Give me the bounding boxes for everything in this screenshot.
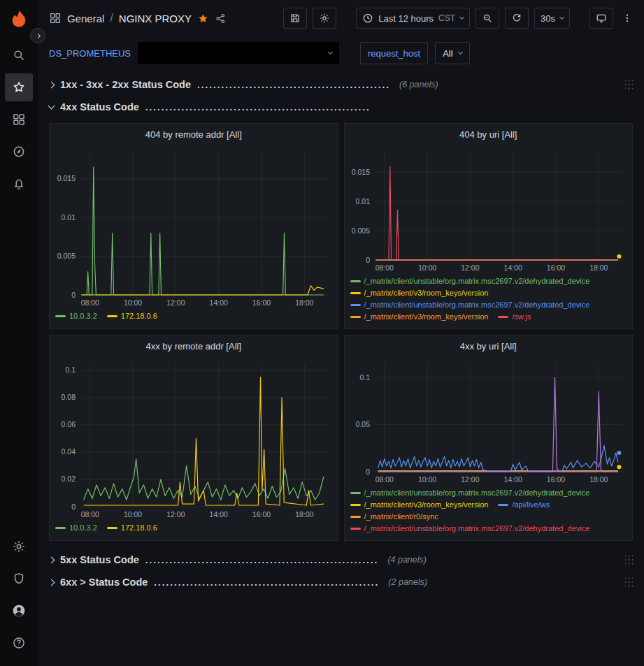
sidebar-item-settings[interactable] <box>5 533 33 560</box>
svg-text:12:00: 12:00 <box>461 475 479 484</box>
svg-text:10:00: 10:00 <box>418 263 436 272</box>
row-header-5xx[interactable]: 5xx Status Code ........................… <box>49 549 633 570</box>
row-title: 4xx Status Code <box>60 101 139 113</box>
row-title-dots: ........................................… <box>145 555 379 565</box>
refresh-button[interactable] <box>505 8 529 29</box>
legend-series-swatch <box>350 492 361 494</box>
legend-item[interactable]: /_matrix/client/unstable/org.matrix.msc2… <box>350 299 590 311</box>
tv-icon <box>596 13 607 24</box>
svg-text:0.005: 0.005 <box>352 226 370 235</box>
timeseries-chart[interactable]: 08:0010:0012:0014:0016:0018:0000.020.040… <box>52 356 335 521</box>
timeseries-chart[interactable]: 08:0010:0012:0014:0016:0018:0000.050.1 <box>347 356 629 486</box>
legend-item[interactable]: /sw.js <box>498 311 531 323</box>
sidebar-item-server-admin[interactable] <box>5 565 33 593</box>
legend-item[interactable]: 10.0.3.2 <box>55 522 97 534</box>
zoom-out-icon <box>482 13 493 24</box>
sidebar-item-profile[interactable] <box>5 597 33 625</box>
svg-text:16:00: 16:00 <box>547 263 565 272</box>
legend-item[interactable]: /_matrix/client/unstable/org.matrix.msc2… <box>350 487 590 499</box>
chevron-down-icon <box>459 15 464 20</box>
legend-item[interactable]: /_matrix/client/v3/room_keys/version <box>350 499 489 511</box>
legend-item[interactable]: /_matrix/client/unstable/org.matrix.msc2… <box>350 275 590 287</box>
timeseries-chart[interactable]: 08:0010:0012:0014:0016:0018:0000.0050.01… <box>347 145 629 274</box>
variable-value-dropdown-ds-prometheus[interactable] <box>138 42 339 64</box>
legend-series-label: /_matrix/client/unstable/org.matrix.msc2… <box>364 487 590 499</box>
sidebar-item-starred[interactable] <box>5 73 33 101</box>
row-drag-handle-icon[interactable] <box>625 554 633 565</box>
legend-series-label: /_matrix/client/r0/sync <box>364 511 438 523</box>
legend-series-label: /sw.js <box>512 311 531 323</box>
svg-text:08:00: 08:00 <box>375 263 394 272</box>
row-panel-count: (4 panels) <box>387 555 427 565</box>
time-range-picker[interactable]: Last 12 hours CST <box>356 8 470 29</box>
panel-4xx-by-remote-addr: 4xx by remote addr [All] 08:0010:0012:00… <box>49 335 338 541</box>
svg-text:0.1: 0.1 <box>360 373 371 382</box>
svg-text:0.015: 0.015 <box>57 174 75 182</box>
legend-item[interactable]: 172.18.0.6 <box>107 310 157 322</box>
legend-series-swatch <box>350 316 361 318</box>
legend-item[interactable]: /api/live/ws <box>498 499 550 511</box>
expand-sidebar-button[interactable] <box>30 28 45 43</box>
svg-text:0.1: 0.1 <box>65 365 76 374</box>
svg-text:16:00: 16:00 <box>252 510 271 519</box>
chevron-down-icon <box>458 50 463 55</box>
panels-grid: 404 by remote addr [All] 08:0010:0012:00… <box>49 123 633 541</box>
chevron-right-icon <box>48 81 55 88</box>
favorite-star-icon[interactable] <box>197 13 209 24</box>
timeseries-chart[interactable]: 08:0010:0012:0014:0016:0018:0000.0050.01… <box>52 145 335 309</box>
refresh-icon <box>511 13 522 24</box>
sidebar-item-help[interactable] <box>5 629 33 657</box>
row-header-4xx[interactable]: 4xx Status Code ........................… <box>49 96 633 117</box>
svg-text:18:00: 18:00 <box>589 475 608 484</box>
legend-series-swatch <box>350 292 361 294</box>
star-icon <box>12 80 26 94</box>
panel-4xx-by-uri: 4xx by uri [All] 08:0010:0012:0014:0016:… <box>344 335 634 541</box>
legend-item[interactable]: /_matrix/client/v3/room_keys/version <box>350 287 489 299</box>
save-dashboard-button[interactable] <box>283 8 307 29</box>
cycle-view-mode-button[interactable] <box>589 8 613 29</box>
panel-title[interactable]: 404 by remote addr [All] <box>50 124 338 145</box>
zoom-out-button[interactable] <box>475 8 499 29</box>
sidebar-item-alerting[interactable] <box>5 170 33 198</box>
row-panel-count: (6 panels) <box>399 80 438 89</box>
legend-series-label: /_matrix/client/unstable/org.matrix.msc2… <box>364 299 590 311</box>
share-icon[interactable] <box>215 13 227 24</box>
breadcrumb-dashboard-title[interactable]: NGINX PROXY <box>119 13 192 24</box>
row-title-dots: ........................................… <box>197 80 390 90</box>
sidebar-item-dashboards[interactable] <box>5 106 33 133</box>
svg-text:0.015: 0.015 <box>352 168 370 176</box>
legend-series-label: 172.18.0.6 <box>121 522 157 534</box>
dashboard-settings-button[interactable] <box>313 8 336 29</box>
row-drag-handle-icon[interactable] <box>625 79 633 90</box>
row-header-6xx[interactable]: 6xx > Status Code ......................… <box>49 572 633 593</box>
legend-item[interactable]: 172.18.0.6 <box>107 522 157 534</box>
row-header-1xx-3xx-2xx[interactable]: 1xx - 3xx - 2xx Status Code ............… <box>49 74 633 95</box>
chevron-right-icon <box>48 579 55 586</box>
variable-label-text: request_host <box>368 48 420 59</box>
svg-text:0.08: 0.08 <box>61 393 76 401</box>
legend-item[interactable]: 10.0.3.2 <box>55 310 97 322</box>
explore-compass-icon <box>12 145 26 159</box>
row-drag-handle-icon[interactable] <box>625 577 633 588</box>
sidebar-item-explore[interactable] <box>5 138 33 166</box>
panel-title[interactable]: 4xx by uri [All] <box>345 335 633 356</box>
variable-value-dropdown-request-host[interactable]: All <box>435 42 469 64</box>
grafana-logo[interactable] <box>8 8 30 31</box>
legend-item[interactable]: /_matrix/client/r0/sync <box>350 511 438 523</box>
refresh-interval-dropdown[interactable]: 30s <box>534 8 570 29</box>
dashboards-grid-icon <box>49 12 62 24</box>
svg-text:12:00: 12:00 <box>461 263 479 272</box>
svg-text:12:00: 12:00 <box>166 510 185 519</box>
legend-item[interactable]: /_matrix/client/unstable/org.matrix.msc2… <box>350 523 590 535</box>
variable-label-ds-prometheus: DS_PROMETHEUS <box>49 48 131 59</box>
svg-text:14:00: 14:00 <box>504 263 522 272</box>
kebab-menu-button[interactable] <box>619 8 636 29</box>
legend-series-swatch <box>498 504 508 506</box>
breadcrumb-folder[interactable]: General <box>67 13 104 24</box>
variable-label-request-host: request_host <box>360 42 428 64</box>
panel-title[interactable]: 4xx by remote addr [All] <box>50 335 338 356</box>
legend-item[interactable]: /_matrix/client/v3/room_keys/version <box>350 311 489 323</box>
panel-title[interactable]: 404 by uri [All] <box>345 124 633 145</box>
legend-series-label: 10.0.3.2 <box>69 310 97 322</box>
sidebar-item-search[interactable] <box>5 41 33 69</box>
